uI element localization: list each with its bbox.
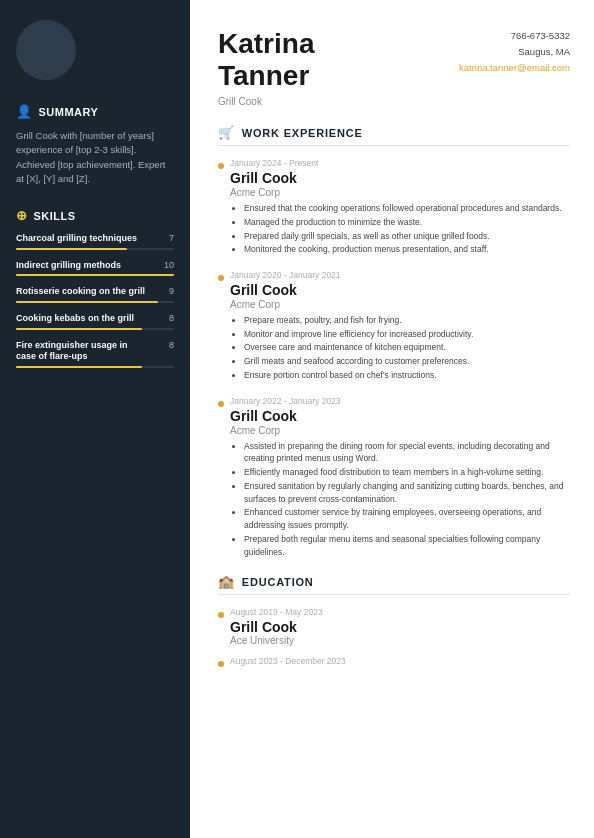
job-bullet: Ensured sanitation by regularly changing… — [244, 480, 570, 506]
skill-item: Indirect grilling methods 10 — [16, 260, 174, 277]
skill-score: 10 — [164, 260, 174, 270]
avatar — [16, 20, 76, 80]
location: Saugus, MA — [459, 44, 570, 60]
skill-item: Rotisserie cooking on the grill 9 — [16, 286, 174, 303]
job-bullet: Monitor and improve line efficiency for … — [244, 328, 570, 341]
summary-icon: 👤 — [16, 104, 33, 119]
summary-text: Grill Cook with [number of years] experi… — [16, 129, 174, 186]
skill-item: Cooking kebabs on the grill 8 — [16, 313, 174, 330]
work-experience-section-title: 🛒 Work Experience — [218, 125, 570, 146]
job-bullet: Assisted in preparing the dining room fo… — [244, 440, 570, 466]
job-bullet: Enhanced customer service by training em… — [244, 506, 570, 532]
skill-name: Fire extinguisher usage in case of flare… — [16, 340, 146, 363]
job-bullet: Ensure portion control based on chef's i… — [244, 369, 570, 382]
education-section-title: 🏫 Education — [218, 574, 570, 595]
skills-icon: ⊕ — [16, 208, 28, 223]
job-entry: January 2022 - January 2023 Grill Cook A… — [218, 396, 570, 559]
skill-name: Indirect grilling methods — [16, 260, 121, 272]
skill-item: Fire extinguisher usage in case of flare… — [16, 340, 174, 368]
skill-score: 8 — [169, 313, 174, 323]
edu-school: Ace University — [230, 635, 570, 646]
edu-degree: Grill Cook — [230, 619, 570, 635]
skill-bar — [16, 248, 174, 250]
email: katrina.tanner@email.com — [459, 60, 570, 76]
skill-bar-fill — [16, 248, 127, 250]
candidate-title: Grill Cook — [218, 96, 314, 107]
education-icon: 🏫 — [218, 574, 235, 589]
job-company: Acme Corp — [230, 425, 570, 436]
skill-bar — [16, 274, 174, 276]
edu-entry: August 2019 - May 2023 Grill Cook Ace Un… — [218, 607, 570, 646]
job-bullet: Efficiently managed food distribution to… — [244, 466, 570, 479]
briefcase-icon: 🛒 — [218, 125, 235, 140]
skill-score: 7 — [169, 233, 174, 243]
job-bullets: Ensured that the cooking operations foll… — [230, 202, 570, 256]
skill-bar-fill — [16, 301, 158, 303]
job-company: Acme Corp — [230, 187, 570, 198]
resume-container: 👤 Summary Grill Cook with [number of yea… — [0, 0, 594, 838]
job-title: Grill Cook — [230, 408, 570, 425]
skill-bar-fill — [16, 328, 142, 330]
skill-name: Charcoal grilling techniques — [16, 233, 137, 245]
jobs-list: January 2024 - Present Grill Cook Acme C… — [218, 158, 570, 558]
candidate-name: Katrina Tanner — [218, 28, 314, 92]
skill-name: Cooking kebabs on the grill — [16, 313, 134, 325]
skill-name: Rotisserie cooking on the grill — [16, 286, 145, 298]
job-date: January 2022 - January 2023 — [230, 396, 570, 406]
job-date: January 2020 - January 2021 — [230, 270, 570, 280]
job-bullets: Prepare meats, poultry, and fish for fry… — [230, 314, 570, 382]
job-entry: January 2024 - Present Grill Cook Acme C… — [218, 158, 570, 256]
skills-section-title: ⊕ Skills — [16, 208, 174, 223]
job-date: January 2024 - Present — [230, 158, 570, 168]
job-bullet: Oversee care and maintenance of kitchen … — [244, 341, 570, 354]
skill-bar-fill — [16, 366, 142, 368]
skill-item: Charcoal grilling techniques 7 — [16, 233, 174, 250]
edu-date: August 2019 - May 2023 — [230, 607, 570, 617]
job-bullet: Prepare meats, poultry, and fish for fry… — [244, 314, 570, 327]
skill-bar — [16, 366, 174, 368]
header-name-block: Katrina Tanner Grill Cook — [218, 28, 314, 107]
job-bullet: Ensured that the cooking operations foll… — [244, 202, 570, 215]
skill-score: 8 — [169, 340, 174, 350]
sidebar: 👤 Summary Grill Cook with [number of yea… — [0, 0, 190, 838]
skill-bar — [16, 301, 174, 303]
phone: 766-673-5332 — [459, 28, 570, 44]
header-row: Katrina Tanner Grill Cook 766-673-5332 S… — [218, 28, 570, 107]
job-title: Grill Cook — [230, 282, 570, 299]
skill-bar-fill — [16, 274, 174, 276]
edu-date: August 2023 - December 2023 — [230, 656, 570, 666]
education-list: August 2019 - May 2023 Grill Cook Ace Un… — [218, 607, 570, 666]
edu-entry: August 2023 - December 2023 — [218, 656, 570, 666]
summary-section-title: 👤 Summary — [16, 104, 174, 119]
main-content: Katrina Tanner Grill Cook 766-673-5332 S… — [190, 0, 594, 838]
skill-score: 9 — [169, 286, 174, 296]
job-bullets: Assisted in preparing the dining room fo… — [230, 440, 570, 559]
skills-list: Charcoal grilling techniques 7 Indirect … — [16, 233, 174, 368]
job-company: Acme Corp — [230, 299, 570, 310]
job-bullet: Prepared daily grill specials, as well a… — [244, 230, 570, 243]
job-bullet: Managed the production to minimize the w… — [244, 216, 570, 229]
job-title: Grill Cook — [230, 170, 570, 187]
job-entry: January 2020 - January 2021 Grill Cook A… — [218, 270, 570, 382]
job-bullet: Grill meats and seafood according to cus… — [244, 355, 570, 368]
job-bullet: Prepared both regular menu items and sea… — [244, 533, 570, 559]
job-bullet: Monitored the cooking, production menus … — [244, 243, 570, 256]
skill-bar — [16, 328, 174, 330]
contact-info: 766-673-5332 Saugus, MA katrina.tanner@e… — [459, 28, 570, 76]
